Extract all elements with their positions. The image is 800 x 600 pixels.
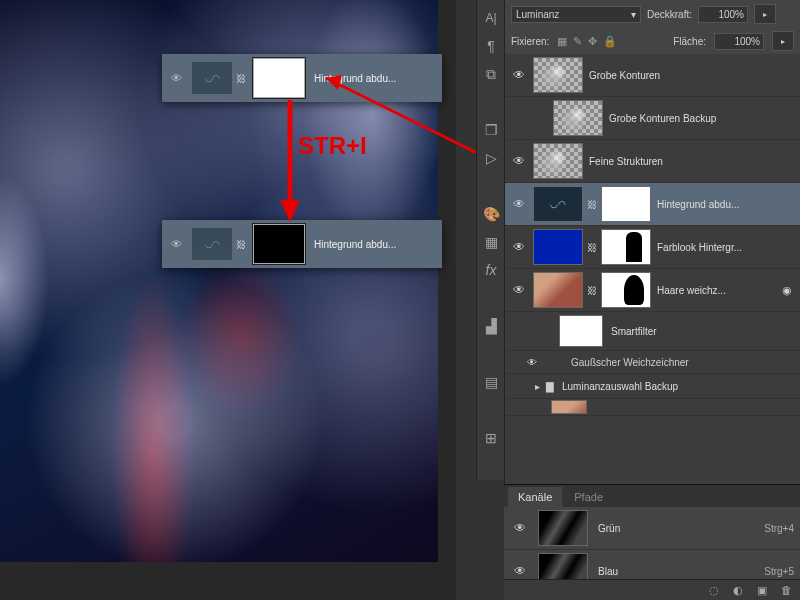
panel-icon-column: A| ¶ ⧉ ❐ ▷ 🎨 ▦ fx ▟ ▤ ⊞	[476, 0, 505, 480]
visibility-toggle[interactable]: 👁	[509, 283, 529, 297]
save-selection-icon[interactable]: ◐	[733, 584, 743, 597]
layer-row-1[interactable]: Grobe Konturen Backup	[505, 97, 800, 140]
layer-thumb[interactable]	[533, 143, 583, 179]
adjustment-thumb[interactable]: ◡◠	[533, 186, 583, 222]
layer-row-2[interactable]: 👁Feine Strukturen	[505, 140, 800, 183]
group-name[interactable]: Luminanzauswahl Backup	[560, 381, 794, 392]
smart-icon: ◉	[782, 284, 792, 297]
link-icon[interactable]: ⛓	[587, 242, 597, 253]
delete-channel-icon[interactable]: 🗑	[781, 584, 792, 596]
mask-thumb[interactable]	[601, 272, 651, 308]
visibility-icon[interactable]: 👁	[162, 220, 190, 268]
layer-row-9[interactable]	[505, 399, 800, 416]
layer-thumb[interactable]	[553, 100, 603, 136]
opacity-label: Deckkraft:	[647, 9, 692, 20]
layer-row-0[interactable]: 👁Grobe Konturen	[505, 54, 800, 97]
swatches-icon[interactable]: ❐	[477, 116, 505, 144]
shortcut-annotation: STR+I	[298, 132, 367, 160]
adjustment-thumb[interactable]: ◡◠	[192, 228, 232, 260]
histogram-icon[interactable]: ▟	[477, 312, 505, 340]
measurement-icon[interactable]: ▤	[477, 368, 505, 396]
layer-name[interactable]: Haare weichz...	[655, 285, 778, 296]
layer-name[interactable]: Grobe Konturen Backup	[607, 113, 796, 124]
nav-icon[interactable]: ▷	[477, 144, 505, 172]
visibility-toggle[interactable]: 👁	[509, 154, 529, 168]
layer-name[interactable]: Feine Strukturen	[587, 156, 796, 167]
channel-visibility[interactable]: 👁	[510, 521, 530, 535]
smartfilter-label: Smartfilter	[609, 326, 800, 337]
filter-name[interactable]: Gaußscher Weichzeichner	[571, 357, 689, 368]
channels-footer: ◌ ◐ ▣ 🗑	[504, 579, 800, 600]
channel-visibility[interactable]: 👁	[510, 564, 530, 578]
opacity-value[interactable]: 100%	[698, 6, 748, 23]
adjustment-thumb[interactable]: ◡◠	[192, 62, 232, 94]
paragraph-panel-icon[interactable]: ¶	[477, 32, 505, 60]
adjustments-icon[interactable]: ▦	[477, 228, 505, 256]
channel-row-grün[interactable]: 👁GrünStrg+4	[504, 507, 800, 550]
new-channel-icon[interactable]: ▣	[757, 584, 767, 597]
mask-thumb[interactable]	[601, 229, 651, 265]
lock-all-icon[interactable]: 🔒	[603, 35, 617, 48]
link-icon[interactable]: ⛓	[587, 285, 597, 296]
mask-thumb[interactable]	[601, 186, 651, 222]
blend-mode-dropdown[interactable]: Luminanz▾	[511, 6, 641, 23]
fill-value[interactable]: 100%	[714, 33, 764, 50]
layer-row-4[interactable]: 👁⛓Farblook Hintergr...	[505, 226, 800, 269]
layer-thumb[interactable]	[551, 400, 587, 414]
layer-label: Hintegrund abdu...	[310, 239, 442, 250]
lock-pixels-icon[interactable]: ✎	[573, 35, 582, 48]
layer-row-3[interactable]: 👁◡◠⛓Hintegrund abdu...	[505, 183, 800, 226]
lock-position-icon[interactable]: ✥	[588, 35, 597, 48]
clone-source-icon[interactable]: ⧉	[477, 60, 505, 88]
expand-icon[interactable]: ▸	[535, 381, 540, 392]
link-icon[interactable]: ⛓	[587, 199, 597, 210]
channel-name: Grün	[596, 523, 756, 534]
eye-icon[interactable]: 👁	[527, 357, 537, 368]
layer-row-8[interactable]: ▸▇Luminanzauswahl Backup	[505, 374, 800, 399]
text-panel-icon[interactable]: A|	[477, 4, 505, 32]
tab-kanäle[interactable]: Kanäle	[508, 487, 562, 507]
load-selection-icon[interactable]: ◌	[709, 584, 719, 597]
layer-name[interactable]: Farblook Hintergr...	[655, 242, 796, 253]
layer-label: Hintegrund abdu...	[310, 73, 442, 84]
fill-label: Fläche:	[673, 36, 706, 47]
fill-thumb[interactable]	[533, 229, 583, 265]
mask-thumb[interactable]	[252, 57, 306, 99]
layer-thumb[interactable]	[533, 57, 583, 93]
channel-shortcut: Strg+5	[764, 566, 794, 577]
visibility-toggle[interactable]: 👁	[509, 240, 529, 254]
folder-icon: ▇	[546, 381, 554, 392]
link-icon[interactable]: ⛓	[234, 73, 248, 84]
color-icon[interactable]: 🎨	[477, 200, 505, 228]
link-icon[interactable]: ⛓	[234, 239, 248, 250]
visibility-toggle[interactable]: 👁	[509, 197, 529, 211]
visibility-toggle[interactable]: 👁	[509, 68, 529, 82]
channel-thumb[interactable]	[538, 510, 588, 546]
styles-icon[interactable]: fx	[477, 256, 505, 284]
layer-row-5[interactable]: 👁⛓Haare weichz...◉	[505, 269, 800, 312]
lock-transparent-icon[interactable]: ▦	[557, 35, 567, 48]
floating-layer-1[interactable]: 👁◡◠⛓Hintegrund abdu...	[162, 220, 442, 268]
channels-panel: KanälePfade 👁GrünStrg+4👁BlauStrg+5 ◌ ◐ ▣…	[504, 484, 800, 600]
fill-stepper[interactable]: ▸	[772, 31, 794, 51]
mask-thumb[interactable]	[252, 223, 306, 265]
channel-shortcut: Strg+4	[764, 523, 794, 534]
opacity-stepper[interactable]: ▸	[754, 4, 776, 24]
layer-row-6[interactable]: Smartfilter	[505, 312, 800, 351]
floating-layer-0[interactable]: 👁◡◠⛓Hintegrund abdu...	[162, 54, 442, 102]
channel-name: Blau	[596, 566, 756, 577]
lock-label: Fixieren:	[511, 36, 549, 47]
visibility-icon[interactable]: 👁	[162, 54, 190, 102]
smart-thumb[interactable]	[533, 272, 583, 308]
layer-name[interactable]: Grobe Konturen	[587, 70, 796, 81]
smartfilter-mask[interactable]	[559, 315, 603, 347]
properties-icon[interactable]: ⊞	[477, 424, 505, 452]
tab-pfade[interactable]: Pfade	[564, 487, 613, 507]
layer-row-7[interactable]: 👁Gaußscher Weichzeichner	[505, 351, 800, 374]
layer-name[interactable]: Hintegrund abdu...	[655, 199, 796, 210]
